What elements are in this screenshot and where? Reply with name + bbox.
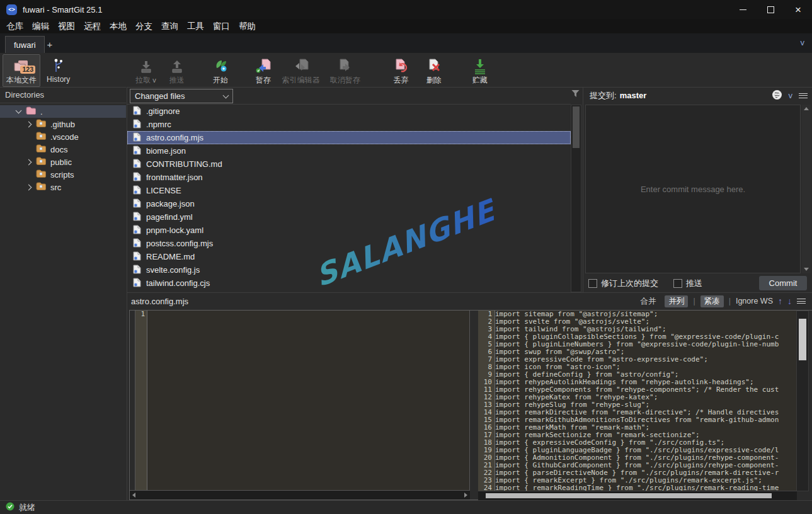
menu-item[interactable]: 本地 <box>105 21 131 32</box>
file-row[interactable]: pnpm-lock.yaml <box>127 224 571 237</box>
tab-fuwari[interactable]: fuwari <box>5 36 45 54</box>
side-by-side-view-button[interactable]: 并列 <box>665 295 688 307</box>
push-checkbox-group[interactable]: 推送 <box>673 278 702 289</box>
scroll-right-arrow[interactable] <box>464 493 467 498</box>
stash-button[interactable]: 贮藏 <box>469 54 491 87</box>
prev-change-button[interactable]: ↑ <box>778 296 782 306</box>
push-checkbox[interactable] <box>673 279 682 288</box>
commit-button[interactable]: Commit <box>759 276 807 290</box>
diff-pane-left[interactable]: 1 <box>129 310 479 500</box>
file-row[interactable]: tailwind.config.cjs <box>127 277 571 290</box>
right-vertical-scrollbar[interactable] <box>796 311 809 491</box>
tree-row-vscode[interactable]: .vscode <box>0 130 126 143</box>
tree-row-scripts[interactable]: scripts <box>0 168 126 181</box>
commit-target-label: 提交到: <box>590 90 617 101</box>
file-row[interactable]: package.json <box>127 197 571 210</box>
file-row[interactable]: README.md <box>127 250 571 263</box>
ai-assistant-icon[interactable] <box>772 89 782 102</box>
delete-button[interactable]: 删除 <box>422 54 446 87</box>
tab-overflow-caret[interactable]: v <box>801 38 805 47</box>
unstage-button[interactable]: 取消暂存 <box>326 54 364 87</box>
menu-item[interactable]: 工具 <box>183 21 209 32</box>
changed-file-icon <box>133 185 141 197</box>
file-row[interactable]: LICENSE <box>127 184 571 197</box>
file-row[interactable]: pagefind.yml <box>127 210 571 224</box>
tree-row-src[interactable]: src <box>0 181 126 193</box>
tree-row-root[interactable]: . <box>0 105 126 118</box>
status-bar: 就绪 <box>0 500 812 514</box>
file-row[interactable]: .npmrc <box>127 118 571 131</box>
scrollbar-thumb[interactable] <box>486 493 772 498</box>
file-row[interactable]: svelte.config.js <box>127 263 571 277</box>
compact-button[interactable]: 紧凑 <box>700 295 724 307</box>
pull-button[interactable]: 拉取v <box>132 54 160 87</box>
file-row[interactable]: CONTRIBUTING.md <box>127 157 571 171</box>
scroll-left-arrow[interactable] <box>132 493 135 498</box>
minimize-icon <box>740 9 746 10</box>
left-horizontal-scrollbar[interactable] <box>130 490 470 500</box>
close-button[interactable]: × <box>784 0 812 19</box>
stage-button[interactable]: 暂存 <box>251 54 276 87</box>
amend-checkbox-group[interactable]: 修订上次的提交 <box>588 278 658 289</box>
chevron-down-icon[interactable] <box>16 108 22 114</box>
scroll-down-arrow[interactable] <box>804 268 809 271</box>
menu-item[interactable]: 编辑 <box>28 21 54 32</box>
amend-checkbox[interactable] <box>588 279 597 288</box>
chevron-right-icon[interactable] <box>26 121 32 127</box>
add-tab-button[interactable]: + <box>43 37 57 51</box>
push-button[interactable]: 推送 <box>165 54 189 87</box>
file-filter-select[interactable]: Changed files <box>130 89 233 103</box>
menu-item[interactable]: 分支 <box>131 21 157 32</box>
index-editor-button[interactable]: 索引编辑器 <box>278 54 324 87</box>
chevron-right-icon[interactable] <box>26 159 32 165</box>
menu-item[interactable]: 视图 <box>54 21 79 32</box>
file-row[interactable]: postcss.config.mjs <box>127 237 571 250</box>
commit-message-input[interactable]: Enter commit message here. <box>585 105 801 273</box>
window-controls: × <box>729 0 812 19</box>
diff-menu-icon[interactable] <box>797 297 806 306</box>
discard-button[interactable]: 丢弃 <box>389 54 413 87</box>
tree-row-public[interactable]: public <box>0 156 126 168</box>
changed-file-icon <box>133 225 141 236</box>
file-name: pagefind.yml <box>146 212 193 222</box>
file-row[interactable]: biome.json <box>127 144 571 157</box>
file-row[interactable]: .gitignore <box>127 105 571 118</box>
pull-caret: v <box>152 76 156 84</box>
close-icon: × <box>795 4 801 15</box>
menu-item[interactable]: 仓库 <box>2 21 28 32</box>
ignore-ws-button[interactable]: Ignore WS <box>736 297 773 306</box>
maximize-button[interactable] <box>757 0 784 19</box>
file-name: README.md <box>146 252 195 261</box>
menu-item[interactable]: 窗口 <box>209 21 234 32</box>
minimize-button[interactable] <box>729 0 757 19</box>
scroll-up-arrow[interactable] <box>804 107 809 110</box>
menu-item[interactable]: 查询 <box>157 21 183 32</box>
file-row[interactable]: astro.config.mjs <box>127 131 571 144</box>
merge-view-button[interactable]: 合并 <box>636 295 660 307</box>
hamburger-menu-icon[interactable] <box>799 91 808 100</box>
chevron-right-icon[interactable] <box>26 184 32 190</box>
folder-icon <box>36 182 46 192</box>
start-button[interactable]: 开始 <box>208 54 233 87</box>
file-name: LICENSE <box>146 186 181 195</box>
history-button[interactable]: History <box>43 54 74 85</box>
scrollbar-thumb[interactable] <box>799 319 806 360</box>
diff-header: astro.config.mjs 合并 并列 | 紧凑 | Ignore WS … <box>127 293 812 309</box>
file-list-scrollbar[interactable] <box>571 105 581 292</box>
file-row[interactable]: frontmatter.json <box>127 171 571 184</box>
menu-item[interactable]: 帮助 <box>234 21 260 32</box>
commit-menu-caret[interactable]: v <box>789 91 793 100</box>
left-vertical-scrollbar[interactable] <box>469 311 479 500</box>
diff-pane-right[interactable]: 123456789101112131415161718192021222324 … <box>478 310 812 500</box>
tree-row-github[interactable]: .github <box>0 118 126 130</box>
root-folder-icon <box>26 106 36 117</box>
commit-scrollbar[interactable] <box>802 105 811 273</box>
tree-row-docs[interactable]: docs <box>0 143 126 156</box>
next-change-button[interactable]: ↓ <box>787 296 792 306</box>
menu-item[interactable]: 远程 <box>79 21 105 32</box>
changed-file-icon <box>133 198 141 210</box>
scrollbar-thumb[interactable] <box>573 106 580 148</box>
local-files-button[interactable]: 123 本地文件 <box>3 54 40 87</box>
filter-funnel-icon[interactable] <box>571 89 580 100</box>
right-horizontal-scrollbar[interactable] <box>478 491 797 500</box>
